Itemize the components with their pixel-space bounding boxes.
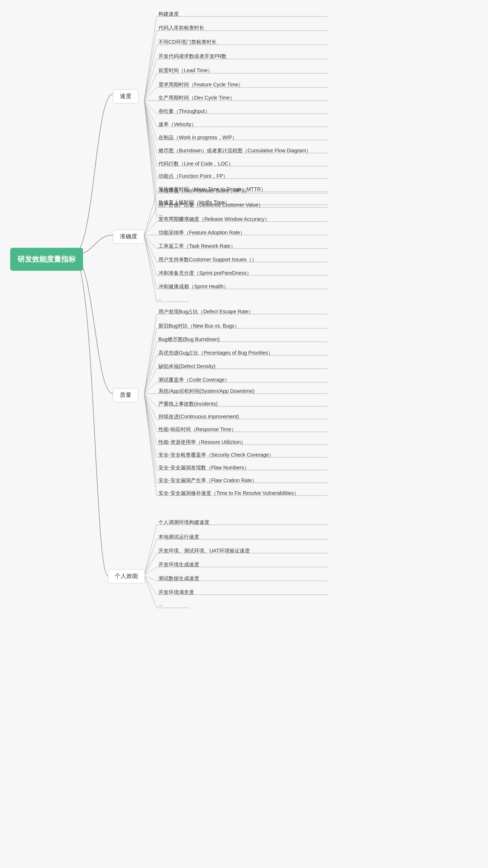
svg-line-50: [144, 314, 157, 394]
leaf-speed-4: 前置时间（Lead Time）: [158, 67, 213, 74]
svg-line-68: [144, 394, 157, 432]
svg-line-88: [144, 576, 157, 581]
leaf-speed-0: 构建速度: [158, 11, 179, 17]
mind-map: 研发效能度量指标 速度 构建速度 代码入库前检查时长 不同CD环境门禁检查时长 …: [0, 0, 488, 868]
svg-line-4: [144, 45, 157, 101]
connections-svg: [0, 0, 488, 868]
svg-line-78: [144, 394, 157, 496]
leaf-speed-7: 吞吐量（Throughput）: [158, 108, 210, 115]
svg-line-92: [144, 576, 157, 608]
svg-line-86: [144, 567, 157, 576]
leaf-per-4: 测试数据生成速度: [158, 575, 199, 582]
leaf-acc-0: 净推荐值（Net Promoter Score，NPS）: [158, 188, 250, 194]
leaf-acc-6: 冲刺准备充分度（Sprint prePareDness）: [158, 270, 252, 277]
svg-line-8: [144, 73, 157, 101]
leaf-speed-9: 在制品（Work in progress，WIP）: [158, 134, 237, 141]
root-node: 研发效能度量指标: [10, 248, 83, 271]
leaf-per-3: 开发环境生成速度: [158, 562, 199, 568]
leaf-qual-13: 安全-安全漏洞产生率（Flaw Cration Rate）: [158, 477, 257, 484]
svg-line-56: [144, 355, 157, 394]
svg-line-2: [144, 31, 157, 101]
svg-line-18: [144, 101, 157, 140]
svg-line-70: [144, 394, 157, 445]
leaf-qual-14: 安全-安全漏洞修补速度（Time to Fix Resolve Vulnerab…: [158, 490, 299, 497]
leaf-acc-1: 用户价值产出量（Delivered Customer Value）: [158, 202, 263, 208]
svg-line-14: [144, 101, 157, 114]
svg-line-82: [144, 539, 157, 576]
svg-line-64: [144, 394, 157, 406]
leaf-per-5: 开发环境满意度: [158, 589, 194, 596]
leaf-qual-4: 缺陷米福(Defect Density): [158, 363, 215, 370]
svg-line-16: [144, 101, 157, 127]
svg-line-74: [144, 394, 157, 470]
leaf-qual-3: 高优先级Gug占比（Pecentages of Bug Priorities）: [158, 350, 273, 356]
svg-line-54: [144, 342, 157, 394]
leaf-qual-8: 持续改进(Continuous improvement): [158, 414, 239, 420]
leaf-speed-2: 不同CD环境门禁检查时长: [158, 39, 217, 46]
svg-line-44: [144, 235, 157, 275]
leaf-qual-2: Bug燃尽图(Bug Burndown): [158, 336, 220, 343]
leaf-acc-2: 发布周期赚准确度（Release Window Accuracy）: [158, 216, 270, 223]
svg-line-46: [144, 235, 157, 289]
svg-line-36: [144, 222, 157, 235]
leaf-per-1: 本地测试运行速度: [158, 534, 199, 540]
leaf-speed-12: 功能点（Function Point，FP）: [158, 173, 228, 180]
leaf-per-6: ···: [158, 602, 163, 608]
svg-line-60: [144, 382, 157, 394]
svg-line-84: [144, 553, 157, 576]
svg-line-52: [144, 328, 157, 394]
svg-line-26: [144, 101, 157, 192]
svg-line-66: [144, 394, 157, 419]
svg-line-32: [144, 193, 157, 235]
leaf-acc-3: 功能采纳率（Feature Adoption Rate）: [158, 230, 245, 236]
leaf-qual-7: 严重线上事故数(incidents): [158, 401, 218, 407]
leaf-qual-1: 新旧Bug对比（New Bus vs. Bugs）: [158, 323, 240, 329]
svg-line-48: [144, 235, 157, 302]
leaf-speed-1: 代码入库前检查时长: [158, 25, 204, 31]
leaf-speed-5: 需求周期时间（Feature Cycle Time）: [158, 82, 243, 88]
leaf-qual-5: 测试覆盖率（Code Coverage）: [158, 377, 230, 383]
leaf-per-0: 个人调测环境构建速度: [158, 519, 209, 526]
svg-line-34: [144, 207, 157, 235]
leaf-qual-10: 性能-资源使用率（Resoure Utiliztion）: [158, 439, 246, 446]
leaf-speed-11: 代码行数（Line of Code，LOC）: [158, 161, 233, 167]
svg-line-22: [144, 101, 157, 166]
svg-line-80: [144, 525, 157, 576]
svg-line-76: [144, 394, 157, 483]
branch-speed: 速度: [113, 89, 138, 103]
leaf-acc-7: 冲刺健康成都（Sprint Health）: [158, 284, 229, 290]
svg-line-10: [144, 87, 157, 101]
svg-line-58: [144, 369, 157, 394]
svg-line-28: [144, 101, 157, 205]
svg-line-40: [144, 235, 157, 249]
leaf-per-2: 开发环境、测试环境、UAT环境验证速度: [158, 548, 250, 554]
branch-accuracy: 准确度: [113, 230, 144, 244]
branch-quality: 质量: [113, 388, 138, 402]
svg-line-24: [144, 101, 157, 179]
leaf-speed-6: 生产周期时间（Dev Cycle Time）: [158, 95, 235, 101]
leaf-acc-5: 用户支持单数Customer Support Issues（）: [158, 257, 257, 263]
svg-line-42: [144, 235, 157, 262]
svg-line-0: [144, 16, 157, 101]
leaf-speed-8: 速率（Velocity）: [158, 121, 196, 128]
leaf-qual-12: 安全-安全漏洞发现数（Flaw Numbers）: [158, 465, 249, 471]
leaf-qual-6: 系统/App宕机时间(System/App Downtime): [158, 388, 255, 395]
branch-personal: 个人效能: [108, 569, 145, 583]
svg-line-6: [144, 59, 157, 101]
leaf-acc-4: 工单返工率（Task Rework Rate）: [158, 243, 236, 250]
leaf-qual-9: 性能-响应时间（Response Time）: [158, 426, 236, 433]
leaf-speed-10: 燃尽图（Burndown）或者累计流程图（Cumulative Flow Dia…: [158, 148, 311, 154]
leaf-qual-0: 用户发现Bug占比（Defect Escape Rate）: [158, 309, 253, 315]
svg-line-72: [144, 394, 157, 457]
svg-line-90: [144, 576, 157, 595]
svg-line-20: [144, 101, 157, 153]
leaf-speed-3: 开发代码请求数或者开发PR数: [158, 53, 227, 60]
leaf-acc-8: ··: [158, 296, 161, 302]
leaf-qual-11: 安全-安全检查覆盖率（Security Check Coverage）: [158, 452, 274, 458]
svg-line-30: [144, 101, 157, 217]
